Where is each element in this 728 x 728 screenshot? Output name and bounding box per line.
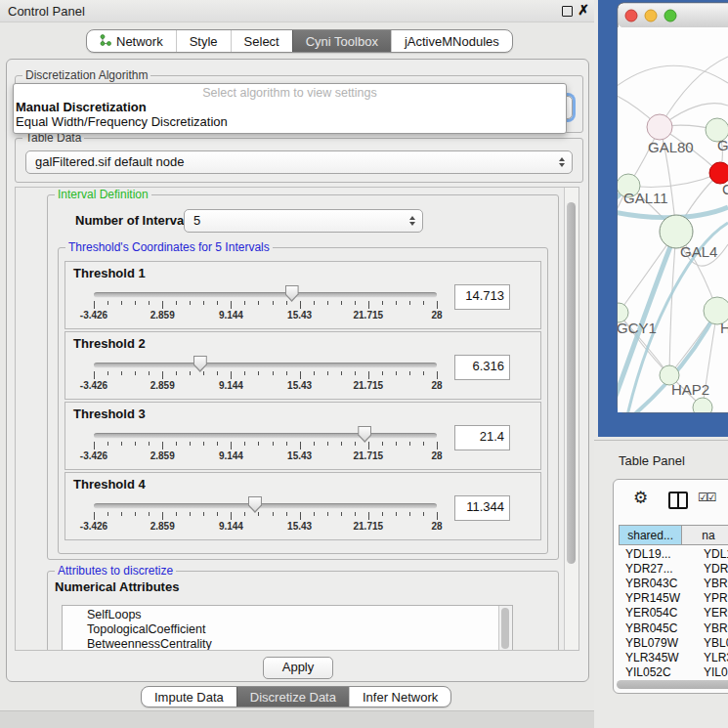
tab-network[interactable]: Network (87, 30, 176, 52)
close-window-icon[interactable] (625, 10, 637, 21)
column-header-name[interactable]: na (682, 525, 728, 545)
attributes-scrollbar[interactable] (498, 606, 512, 651)
threshold-title: Threshold 4 (73, 477, 533, 492)
tab-select[interactable]: Select (231, 30, 292, 52)
table-row[interactable]: YDL19...YDL1 (619, 546, 728, 561)
tab-label: Network (116, 34, 163, 49)
cyni-toolbox-panel: Discretization Algorithm Table Data galF… (6, 59, 589, 682)
close-panel-icon[interactable]: ✗ (578, 2, 589, 18)
group-title: Attributes to discretize (55, 564, 176, 578)
slider-track[interactable] (94, 503, 437, 509)
number-of-intervals-combobox[interactable]: 5 (184, 209, 423, 233)
slider-thumb-icon[interactable] (193, 356, 207, 372)
threshold-list: Threshold 1 -3.4262.8599.14415.4321.7152… (59, 261, 547, 542)
tab-infer-network[interactable]: Infer Network (349, 687, 450, 707)
tab-impute-data[interactable]: Impute Data (142, 687, 236, 707)
table-cell[interactable]: YDR2 (695, 562, 728, 576)
table-cell[interactable]: YDL19... (619, 547, 695, 561)
table-cell[interactable]: YBR0 (695, 621, 728, 635)
popup-item-equal-width-frequency[interactable]: Equal Width/Frequency Discretization (14, 114, 566, 129)
threshold-box: Threshold 2 -3.4262.8599.14415.4321.7152… (64, 331, 541, 400)
popup-item-manual-discretization[interactable]: Manual Discretization (14, 100, 566, 114)
slider-track[interactable] (94, 433, 437, 439)
tab-label: Cyni Toolbox (306, 34, 378, 49)
network-node-label: HAP2 (671, 381, 709, 398)
zoom-window-icon[interactable] (664, 10, 676, 21)
number-of-intervals-label: Number of Intervals (75, 213, 194, 228)
threshold-slider[interactable]: -3.4262.8599.14415.4321.71528 (94, 354, 437, 397)
table-row[interactable]: YDR27...YDR2 (619, 561, 728, 576)
table-header-row: shared... na (614, 525, 728, 545)
table-cell[interactable]: YBL079W (619, 636, 695, 650)
select-columns-icon[interactable]: ☑☑ (698, 491, 715, 504)
table-cell[interactable]: YDL1 (695, 547, 728, 561)
table-row[interactable]: YBR045CYBR0 (619, 621, 728, 635)
table-row[interactable]: YIL052CYIL0 (619, 665, 728, 680)
attribute-item[interactable]: SelfLoops (63, 608, 512, 622)
thresholds-group: Threshold's Coordinates for 5 Intervals … (58, 247, 548, 554)
table-cell[interactable]: YDR27... (619, 562, 695, 576)
table-cell[interactable]: YIL0 (695, 665, 728, 679)
network-view-window: GAL80GACGAL11GAL4GCY1HHAP2 (598, 0, 728, 437)
settings-viewport: Interval Definition Number of Intervals … (15, 187, 579, 651)
split-columns-icon[interactable] (668, 492, 688, 509)
panel-title: Control Panel (8, 4, 85, 19)
threshold-value-field[interactable]: 14.713 (454, 284, 510, 310)
slider-thumb-icon[interactable] (358, 426, 371, 443)
numerical-attributes-list[interactable]: SelfLoops TopologicalCoefficient Between… (62, 605, 513, 651)
table-row[interactable]: YBR043CYBR0 (619, 576, 728, 590)
tab-label: Impute Data (154, 690, 224, 705)
threshold-slider[interactable]: -3.4262.8599.14415.4321.71528 (94, 494, 437, 537)
tab-discretize-data[interactable]: Discretize Data (236, 687, 349, 707)
table-row[interactable]: YPR145WYPR1 (619, 591, 728, 606)
gear-icon[interactable]: ⚙ (633, 488, 648, 508)
table-cell[interactable]: YPR1 (695, 591, 728, 605)
group-title: Interval Definition (55, 188, 151, 201)
settings-scrollbar[interactable] (564, 188, 578, 650)
float-window-icon[interactable] (562, 6, 573, 17)
popup-prompt: Select algorithm to view settings (14, 84, 566, 100)
network-node[interactable] (647, 114, 672, 140)
combo-value: galFiltered.sif default node (35, 154, 184, 169)
threshold-box: Threshold 4 -3.4262.8599.14415.4321.7152… (64, 472, 541, 540)
table-cell[interactable]: YLR3 (695, 651, 728, 664)
tab-style[interactable]: Style (176, 30, 231, 52)
threshold-slider[interactable]: -3.4262.8599.14415.4321.71528 (94, 283, 437, 326)
table-cell[interactable]: YER0 (695, 606, 728, 620)
attribute-item[interactable]: TopologicalCoefficient (63, 622, 512, 637)
table-row[interactable]: YBL079WYBL0 (619, 635, 728, 650)
table-hscrollbar[interactable] (617, 680, 728, 689)
slider-track[interactable] (94, 363, 437, 368)
table-data-combobox[interactable]: galFiltered.sif default node (25, 150, 573, 174)
table-row[interactable]: YER054CYER0 (619, 606, 728, 621)
slider-thumb-icon[interactable] (285, 285, 299, 302)
algorithm-dropdown-popup: Select algorithm to view settings Manual… (13, 83, 567, 134)
threshold-value-field[interactable]: 6.316 (454, 355, 510, 380)
attributes-group: Attributes to discretize Numerical Attri… (47, 571, 559, 651)
combo-arrows-icon (409, 216, 415, 226)
threshold-value-field[interactable]: 21.4 (454, 425, 510, 450)
minimize-window-icon[interactable] (645, 10, 657, 21)
table-row[interactable]: YLR345WYLR3 (619, 650, 728, 664)
table-cell[interactable]: YBR043C (619, 577, 695, 590)
tab-jactivemnodules[interactable]: jActiveMNodules (391, 30, 512, 52)
tab-label: Discretize Data (250, 690, 336, 705)
table-cell[interactable]: YBR0 (695, 577, 728, 590)
slider-track[interactable] (94, 292, 437, 298)
attribute-item[interactable]: BetweennessCentrality (63, 637, 512, 651)
threshold-box: Threshold 1 -3.4262.8599.14415.4321.7152… (64, 261, 541, 329)
apply-button[interactable]: Apply (263, 657, 333, 679)
group-title: Threshold's Coordinates for 5 Intervals (65, 240, 273, 254)
table-cell[interactable]: YBR045C (619, 621, 695, 635)
table-cell[interactable]: YIL052C (619, 665, 695, 679)
table-cell[interactable]: YPR145W (619, 591, 695, 605)
slider-thumb-icon[interactable] (248, 496, 262, 513)
table-cell[interactable]: YLR345W (619, 651, 695, 664)
table-cell[interactable]: YBL0 (695, 636, 728, 650)
threshold-value-field[interactable]: 11.344 (454, 495, 510, 521)
control-panel-tabbar: Network Style Select Cyni Toolbox jActiv… (86, 29, 513, 53)
threshold-slider[interactable]: -3.4262.8599.14415.4321.71528 (94, 424, 437, 467)
table-cell[interactable]: YER054C (619, 606, 695, 620)
column-header-shared-name[interactable]: shared... (619, 525, 682, 545)
tab-cyni-toolbox[interactable]: Cyni Toolbox (292, 30, 391, 52)
